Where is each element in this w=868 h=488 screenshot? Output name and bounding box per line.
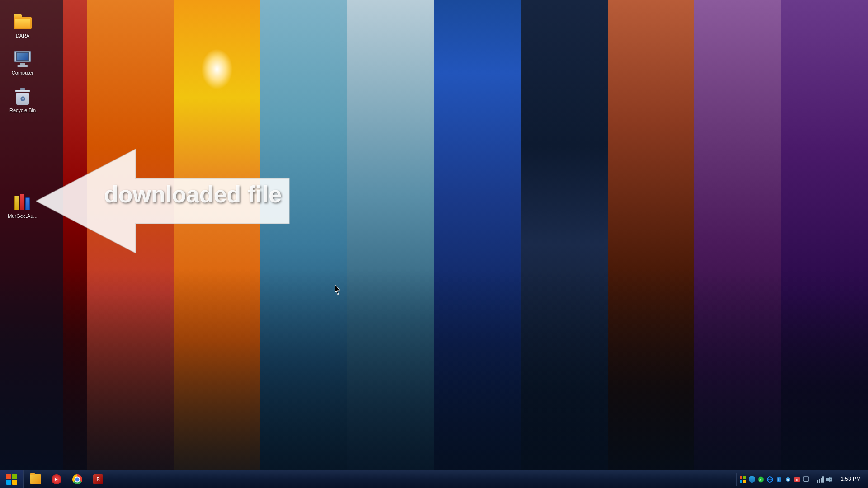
tray-icon-network-bars[interactable]	[816, 475, 824, 483]
tray-network-volume-group	[814, 473, 835, 486]
taskbar-pin-explorer[interactable]	[26, 471, 46, 488]
wallpaper-strip-9	[694, 0, 781, 488]
windows-quad-yellow	[12, 480, 17, 485]
svg-rect-4	[743, 480, 746, 483]
wallpaper-strip-5	[347, 0, 434, 488]
signal-bar-1	[817, 480, 818, 483]
tray-icon-action-center[interactable]	[802, 475, 810, 483]
recycle-bin-icon: ♻	[14, 87, 32, 105]
tray-icon-windows-flag[interactable]	[739, 475, 747, 483]
taskbar-pin-media[interactable]: ▶	[47, 471, 66, 488]
taskbar-pin-chrome[interactable]	[67, 471, 87, 488]
wallpaper-strip-7	[521, 0, 608, 488]
recycle-bin-label: Recycle Bin	[9, 107, 36, 113]
tray-icon-security-2[interactable]: ✓	[757, 475, 765, 483]
computer-icon	[14, 50, 32, 68]
tray-icon-tool2[interactable]: N	[784, 475, 792, 483]
desktop-icons-area: DARA Computer ♻ Recycle Bin	[0, 0, 45, 227]
clock-time: 1:53 PM	[840, 475, 861, 483]
shield-icon	[749, 476, 755, 483]
taskbar-pinned-items: ▶ R	[24, 470, 110, 488]
tray-icon-tool3[interactable]: C	[793, 475, 801, 483]
svg-text:i: i	[778, 478, 779, 482]
computer-icon-label: Computer	[12, 70, 33, 76]
wallpaper-strip-8	[608, 0, 694, 488]
desktop-icon-recycle-bin[interactable]: ♻ Recycle Bin	[2, 84, 43, 117]
desktop-icon-murgee[interactable]: MurGee.Au...	[2, 189, 43, 223]
start-button[interactable]	[0, 470, 24, 488]
desktop-icon-computer[interactable]: Computer	[2, 46, 43, 80]
windows-logo-icon	[6, 474, 17, 485]
signal-bar-4	[822, 476, 824, 483]
system-clock[interactable]: 1:53 PM	[837, 475, 864, 483]
explorer-icon	[30, 474, 41, 484]
media-player-icon: ▶	[52, 474, 61, 484]
svg-rect-3	[740, 480, 742, 483]
svg-text:C: C	[796, 478, 798, 482]
signal-bar-3	[821, 478, 822, 483]
murgee-icon-label: MurGee.Au...	[8, 213, 37, 219]
svg-text:N: N	[787, 478, 789, 482]
tray-icon-group: ✓ i N	[736, 473, 812, 486]
desktop-wallpaper	[0, 0, 868, 488]
system-tray: ✓ i N	[733, 470, 868, 488]
svg-rect-17	[804, 481, 808, 482]
red-app-icon: R	[93, 474, 103, 484]
svg-marker-18	[826, 477, 830, 482]
signal-bar-2	[819, 479, 820, 483]
svg-rect-2	[743, 476, 746, 479]
taskbar-pin-red-app[interactable]: R	[88, 471, 108, 488]
windows-quad-green	[12, 474, 17, 479]
windows-quad-blue	[6, 480, 11, 485]
wallpaper-strip-10	[781, 0, 868, 488]
wallpaper-strip-2	[87, 0, 174, 488]
tray-icon-ie[interactable]	[766, 475, 774, 483]
murgee-icon	[14, 193, 32, 211]
tray-icon-tool1[interactable]: i	[775, 475, 783, 483]
windows-quad-red	[6, 474, 11, 479]
svg-rect-1	[740, 476, 742, 479]
wallpaper-strip-6	[434, 0, 521, 488]
wallpaper-strip-4	[260, 0, 347, 488]
desktop-icon-dara[interactable]: DARA	[2, 9, 43, 42]
svg-rect-16	[803, 477, 809, 481]
dara-icon-label: DARA	[16, 33, 30, 39]
wallpaper-strip-3	[174, 0, 260, 488]
tray-icon-volume[interactable]	[825, 475, 833, 483]
chrome-icon	[72, 474, 82, 484]
tray-icon-security-1[interactable]	[748, 475, 756, 483]
network-signal-bars	[817, 476, 824, 483]
dara-folder-icon	[14, 13, 32, 31]
svg-text:✓: ✓	[759, 478, 763, 482]
taskbar: ▶ R	[0, 470, 868, 488]
